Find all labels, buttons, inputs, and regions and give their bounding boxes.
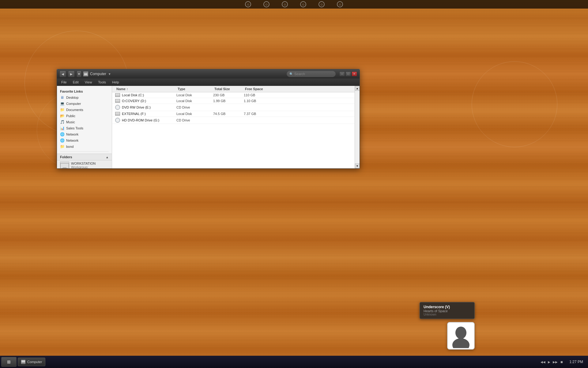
file-name-e: DVD RW Drive (E:) — [115, 105, 176, 110]
sidebar-label-documents: Documents — [66, 108, 83, 112]
svg-rect-1 — [84, 73, 87, 75]
menu-edit[interactable]: Edit — [70, 80, 82, 85]
search-box[interactable]: 🔍 Search — [287, 71, 336, 77]
sidebar-label-sales: Sales Tools — [66, 126, 83, 130]
music-status: Unknown — [424, 313, 471, 316]
close-button[interactable]: ✕ — [352, 71, 357, 76]
sidebar-label-network: Network — [66, 132, 78, 136]
svg-rect-2 — [85, 72, 86, 73]
desktop: ⊙ ⊙ ⊙ ⊙ ⊙ ⊙ ◀ ▶ ▼ Comput — [0, 0, 588, 368]
bond-icon: 📁 — [60, 144, 64, 149]
explorer-window: ◀ ▶ ▼ Computer ▼ 🔍 Search — [57, 69, 360, 169]
start-icon: ⊞ — [7, 359, 11, 364]
scrollbar[interactable]: ▲ ▼ — [355, 86, 360, 168]
forward-button[interactable]: ▶ — [68, 71, 75, 77]
col-free[interactable]: Free Space — [244, 86, 274, 91]
sidebar-item-desktop[interactable]: 🖥 Desktop — [57, 94, 112, 101]
sidebar-item-music[interactable]: 🎵 Music — [57, 119, 112, 125]
menu-view[interactable]: View — [82, 80, 95, 85]
media-prev-btn[interactable]: ◀◀ — [541, 360, 545, 364]
workstation-icon — [60, 162, 69, 168]
table-row[interactable]: O:COVERY (D:) Local Disk 1.99 GB 1.10 GB — [112, 98, 355, 104]
file-name-c: Local Disk (C:) — [115, 93, 176, 97]
top-icon-3[interactable]: ⊙ — [282, 1, 288, 7]
music-widget: Underscore (V) Hearts of Space Unknown — [420, 302, 475, 319]
desktop-icon: 🖥 — [60, 95, 64, 100]
sidebar-item-public[interactable]: 📂 Public — [57, 113, 112, 119]
titlebar-right: 🔍 Search ─ □ ✕ — [287, 71, 357, 77]
sidebar-item-network[interactable]: 🌐 Network — [57, 131, 112, 137]
col-total[interactable]: Total Size — [213, 86, 244, 91]
top-icon-2[interactable]: ⊙ — [263, 1, 270, 7]
folder-workstation[interactable]: WORKSTATION Workgroup: — [57, 160, 112, 168]
file-name-d: O:COVERY (D:) — [115, 99, 176, 103]
media-stop-btn[interactable]: ⏹ — [560, 360, 563, 364]
sidebar-item-documents[interactable]: 📁 Documents — [57, 107, 112, 113]
title-dropdown[interactable]: ▼ — [108, 72, 111, 76]
top-icon-5[interactable]: ⊙ — [318, 1, 325, 7]
table-row[interactable]: DVD RW Drive (E:) CD Drive — [112, 104, 355, 111]
top-icon-4[interactable]: ⊙ — [300, 1, 306, 7]
sidebar-item-computer[interactable]: 💻 Computer — [57, 101, 112, 107]
sidebar: Favorite Links 🖥 Desktop 💻 Computer 📁 Do… — [57, 86, 112, 168]
taskbar-computer-btn[interactable]: Computer — [18, 358, 45, 366]
public-icon: 📂 — [60, 114, 64, 118]
file-list-header: Name ↑ Type Total Size Free Space — [112, 86, 355, 92]
deco-circle-right — [472, 61, 557, 147]
menu-help[interactable]: Help — [109, 80, 122, 85]
svg-rect-11 — [21, 360, 25, 362]
taskbar-computer-label: Computer — [27, 360, 42, 364]
scroll-up[interactable]: ▲ — [355, 86, 360, 91]
col-type[interactable]: Type — [176, 86, 213, 91]
sidebar-item-network2[interactable]: 🌐 Network — [57, 137, 112, 144]
favorite-links-title: Favorite Links — [57, 88, 112, 94]
folders-label: Folders — [60, 155, 72, 159]
folders-header[interactable]: Folders ▲ — [57, 154, 112, 160]
drive-icon-c — [115, 93, 120, 97]
svg-point-7 — [455, 327, 466, 339]
top-icon-1[interactable]: ⊙ — [245, 1, 251, 7]
start-button[interactable]: ⊞ — [1, 357, 17, 367]
top-icon-6[interactable]: ⊙ — [337, 1, 343, 7]
sidebar-item-sales[interactable]: 📊 Sales Tools — [57, 125, 112, 131]
top-bar: ⊙ ⊙ ⊙ ⊙ ⊙ ⊙ — [0, 0, 588, 9]
minimize-button[interactable]: ─ — [339, 71, 345, 76]
table-row[interactable]: EXTERNAL (F:) Local Disk 74.5 GB 7.37 GB — [112, 111, 355, 117]
titlebar-left: ◀ ▶ ▼ Computer ▼ — [59, 71, 287, 77]
sidebar-separator — [60, 151, 109, 152]
sidebar-label-desktop: Desktop — [66, 96, 78, 99]
network-icon: 🌐 — [60, 132, 64, 136]
taskbar-time: 1:27 PM — [566, 360, 587, 364]
window-body: Favorite Links 🖥 Desktop 💻 Computer 📁 Do… — [57, 86, 360, 168]
computer-icon: 💻 — [60, 102, 64, 106]
sidebar-label-music: Music — [66, 120, 75, 124]
media-play-btn[interactable]: ▶ — [548, 360, 550, 364]
menu-file[interactable]: File — [58, 80, 70, 85]
file-list: Name ↑ Type Total Size Free Space Local … — [112, 86, 355, 124]
file-name-f: EXTERNAL (F:) — [115, 112, 176, 116]
music-icon: 🎵 — [60, 120, 64, 124]
taskbar-computer-icon — [21, 360, 25, 364]
menu-bar: File Edit View Tools Help — [57, 79, 360, 86]
file-name-g: HD DVD-ROM Drive (G:) — [115, 118, 176, 123]
menu-tools[interactable]: Tools — [95, 80, 109, 85]
col-name[interactable]: Name ↑ — [115, 86, 176, 91]
svg-rect-9 — [458, 338, 463, 341]
music-title: Underscore (V) — [424, 305, 471, 309]
maximize-button[interactable]: □ — [345, 71, 351, 76]
sidebar-label-bond: bond — [66, 145, 74, 148]
window-titlebar: ◀ ▶ ▼ Computer ▼ 🔍 Search — [57, 69, 360, 79]
media-next-btn[interactable]: ▶▶ — [553, 360, 558, 364]
cd-icon-e — [115, 105, 120, 110]
itunes-icon[interactable] — [447, 322, 475, 350]
back-button[interactable]: ◀ — [59, 71, 66, 77]
sidebar-item-bond[interactable]: 📁 bond — [57, 144, 112, 150]
drive-icon-f — [115, 112, 120, 116]
table-row[interactable]: HD DVD-ROM Drive (G:) CD Drive — [112, 117, 355, 124]
recent-button[interactable]: ▼ — [77, 71, 81, 77]
table-row[interactable]: Local Disk (C:) Local Disk 230 GB 110 GB — [112, 92, 355, 98]
scroll-down[interactable]: ▼ — [355, 163, 360, 168]
sidebar-label-public: Public — [66, 114, 75, 118]
window-icon — [83, 71, 88, 76]
window-controls: ─ □ ✕ — [339, 71, 357, 76]
